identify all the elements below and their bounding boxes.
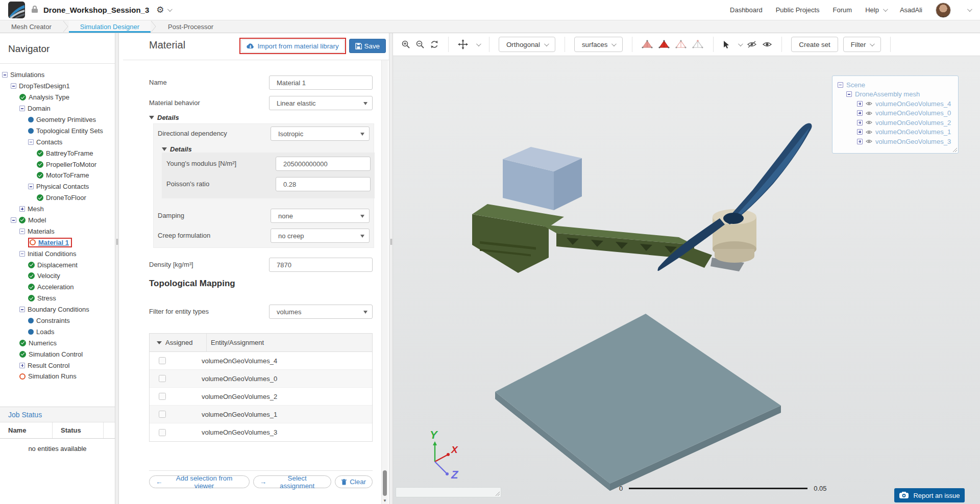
propeller-hub[interactable] xyxy=(723,213,744,224)
save-button[interactable]: Save xyxy=(349,39,386,53)
show-icon[interactable] xyxy=(762,41,772,48)
assigned-checkbox[interactable] xyxy=(159,429,166,436)
tab-simulation-designer[interactable]: Simulation Designer xyxy=(69,20,151,33)
collapse-icon[interactable] xyxy=(28,139,34,145)
nav-item-droptestdesign1[interactable]: DropTestDesign1 xyxy=(0,81,115,92)
assignment-row-volumeongeovolumes-0[interactable]: volumeOnGeoVolumes_0 xyxy=(150,370,372,388)
splitter-right[interactable] xyxy=(389,33,393,504)
assigned-column-header[interactable]: Assigned xyxy=(150,334,207,351)
assignment-row-volumeongeovolumes-4[interactable]: volumeOnGeoVolumes_4 xyxy=(150,352,372,370)
top-nav-forum[interactable]: Forum xyxy=(833,6,852,14)
nav-item-velocity[interactable]: Velocity xyxy=(0,270,115,282)
nav-item-simulation-runs[interactable]: Simulation Runs xyxy=(0,371,115,382)
assigned-checkbox[interactable] xyxy=(159,357,166,364)
scene-volume-volumeongeovolumes-3[interactable]: volumeOnGeoVolumes_3 xyxy=(838,137,958,146)
directional-dependency-select[interactable]: Isotropic xyxy=(271,127,370,141)
assigned-checkbox[interactable] xyxy=(159,411,166,418)
collapse-icon[interactable] xyxy=(28,184,34,189)
chevron-down-icon[interactable] xyxy=(967,7,972,12)
render-mode-select[interactable]: surfaces xyxy=(574,37,623,52)
hide-icon[interactable] xyxy=(747,41,757,48)
poisson-ratio-input[interactable]: 0.28 xyxy=(276,177,371,191)
scene-volume-volumeongeovolumes-0[interactable]: volumeOnGeoVolumes_0 xyxy=(838,109,958,118)
select-assignment-button[interactable]: → Select assignment xyxy=(253,475,331,488)
select-cursor-icon[interactable] xyxy=(723,40,730,49)
zoom-in-icon[interactable] xyxy=(401,40,410,49)
top-nav-dashboard[interactable]: Dashboard xyxy=(730,6,763,14)
density-input[interactable]: 7870 xyxy=(269,258,373,272)
gear-icon[interactable]: ⚙ xyxy=(156,6,164,14)
nav-item-mesh[interactable]: Mesh xyxy=(0,204,115,215)
collapse-icon[interactable] xyxy=(19,229,25,234)
app-logo-icon[interactable] xyxy=(8,2,25,18)
top-nav-help[interactable]: Help xyxy=(865,6,879,14)
nav-item-displacement[interactable]: Displacement xyxy=(0,259,115,270)
zoom-out-icon[interactable] xyxy=(415,40,425,49)
resize-handle[interactable] xyxy=(952,147,957,152)
nav-item-simulations[interactable]: Simulations xyxy=(0,69,115,81)
nav-item-geometry-primitives[interactable]: Geometry Primitives xyxy=(0,114,115,125)
expand-icon[interactable] xyxy=(19,206,25,212)
nav-item-constraints[interactable]: Constraints xyxy=(0,315,115,326)
create-set-button[interactable]: Create set xyxy=(791,37,838,52)
collapse-icon[interactable] xyxy=(19,106,25,111)
material-name-input[interactable]: Material 1 xyxy=(269,75,373,90)
nav-item-topological-entity-sets[interactable]: Topological Entity Sets xyxy=(0,125,115,136)
top-nav-asadali[interactable]: AsadAli xyxy=(900,6,922,14)
collapse-icon[interactable] xyxy=(11,83,16,89)
scene-mesh-row[interactable]: DroneAssembly mesh xyxy=(838,90,958,99)
damping-select[interactable]: none xyxy=(271,209,370,223)
nav-item-propellertomotor[interactable]: PropellerToMotor xyxy=(0,159,115,170)
nav-item-simulation-control[interactable]: Simulation Control xyxy=(0,348,115,360)
youngs-modulus-input[interactable]: 205000000000 xyxy=(276,157,371,171)
visibility-eye-icon[interactable] xyxy=(866,130,872,135)
expand-icon[interactable] xyxy=(857,110,863,116)
floor-plate[interactable] xyxy=(495,314,781,484)
nav-item-contacts[interactable]: Contacts xyxy=(0,136,115,147)
nav-item-material-1[interactable]: Material 1 xyxy=(0,237,115,248)
collapse-icon[interactable] xyxy=(19,307,25,312)
material-behavior-select[interactable]: Linear elastic xyxy=(269,96,373,110)
entity-type-filter-select[interactable]: volumes xyxy=(269,305,373,319)
tab-mesh-creator[interactable]: Mesh Creator xyxy=(0,20,63,33)
refresh-icon[interactable] xyxy=(430,40,439,49)
viewer-canvas[interactable]: Y X Z Scene DroneAssembly mesh volumeOnG… xyxy=(393,56,980,504)
expand-icon[interactable] xyxy=(857,101,863,107)
chevron-down-icon[interactable] xyxy=(738,41,743,46)
expand-icon[interactable] xyxy=(857,129,863,135)
chevron-down-icon[interactable] xyxy=(883,7,888,12)
nav-item-analysis-type[interactable]: Analysis Type xyxy=(0,92,115,103)
scrollbar-down-arrow[interactable]: ▼ xyxy=(382,498,388,503)
chevron-down-icon[interactable] xyxy=(476,41,481,46)
visibility-eye-icon[interactable] xyxy=(866,111,872,116)
projection-select[interactable]: Orthogonal xyxy=(499,37,555,52)
resize-handle[interactable] xyxy=(495,491,500,496)
nav-item-model[interactable]: Model xyxy=(0,215,115,226)
visibility-eye-icon[interactable] xyxy=(866,139,872,144)
nav-item-numerics[interactable]: Numerics xyxy=(0,337,115,348)
collapse-icon[interactable] xyxy=(11,217,16,223)
visibility-eye-icon[interactable] xyxy=(866,120,872,125)
user-avatar[interactable] xyxy=(936,3,951,18)
nav-item-dronetofloor[interactable]: DroneToFloor xyxy=(0,192,115,204)
scrollbar[interactable]: ▼ xyxy=(381,60,388,504)
scene-volume-volumeongeovolumes-2[interactable]: volumeOnGeoVolumes_2 xyxy=(838,118,958,128)
nav-item-battreytoframe[interactable]: BattreyToFrame xyxy=(0,147,115,159)
creep-formulation-select[interactable]: no creep xyxy=(271,229,370,243)
assigned-checkbox[interactable] xyxy=(159,393,166,400)
mesh-quality-light-icon[interactable] xyxy=(692,39,704,49)
assignment-row-volumeongeovolumes-1[interactable]: volumeOnGeoVolumes_1 xyxy=(150,406,372,423)
report-an-issue-button[interactable]: Report an issue xyxy=(894,488,965,502)
mesh-quality-solid-icon[interactable] xyxy=(658,39,670,49)
chevron-down-icon[interactable] xyxy=(167,7,173,12)
nav-item-result-control[interactable]: Result Control xyxy=(0,360,115,371)
nav-item-initial-conditions[interactable]: Initial Conditions xyxy=(0,248,115,259)
assigned-checkbox[interactable] xyxy=(159,375,166,382)
pan-icon[interactable] xyxy=(458,39,468,49)
visibility-eye-icon[interactable] xyxy=(866,101,872,106)
mesh-quality-outline-icon[interactable] xyxy=(675,39,687,49)
nav-item-acceleration[interactable]: Acceleration xyxy=(0,282,115,293)
nav-item-motortoframe[interactable]: MotorToFrame xyxy=(0,170,115,181)
scene-root-row[interactable]: Scene xyxy=(838,80,958,90)
scrollbar-thumb[interactable] xyxy=(383,470,387,496)
